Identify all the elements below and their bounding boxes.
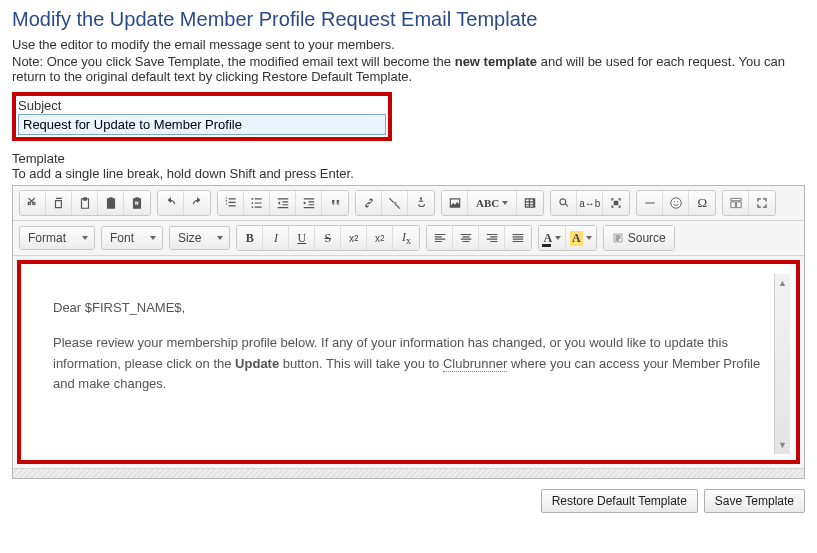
outdent-button[interactable] bbox=[270, 191, 296, 215]
paste-text-button[interactable] bbox=[98, 191, 124, 215]
svg-point-0 bbox=[251, 198, 253, 200]
superscript-button[interactable]: x2 bbox=[367, 226, 393, 250]
hr-button[interactable] bbox=[637, 191, 663, 215]
bold-button[interactable]: B bbox=[237, 226, 263, 250]
align-left-button[interactable] bbox=[427, 226, 453, 250]
toolbar-row-2: Format Font Size B I U S x2 x2 Ix A A So… bbox=[13, 221, 804, 256]
page-title: Modify the Update Member Profile Request… bbox=[12, 8, 805, 31]
footer-buttons: Restore Default Template Save Template bbox=[12, 489, 805, 513]
scroll-up-icon[interactable]: ▲ bbox=[778, 274, 787, 292]
restore-default-button[interactable]: Restore Default Template bbox=[541, 489, 698, 513]
text-color-button[interactable]: A bbox=[539, 226, 566, 250]
show-blocks-button[interactable] bbox=[723, 191, 749, 215]
svg-point-1 bbox=[251, 202, 253, 204]
scroll-down-icon[interactable]: ▼ bbox=[778, 436, 787, 454]
find-button[interactable] bbox=[551, 191, 577, 215]
bullet-list-button[interactable] bbox=[244, 191, 270, 215]
subscript-button[interactable]: x2 bbox=[341, 226, 367, 250]
italic-button[interactable]: I bbox=[263, 226, 289, 250]
editor-content-area[interactable]: Dear $FIRST_NAME$, Please review your me… bbox=[27, 274, 790, 454]
indent-button[interactable] bbox=[296, 191, 322, 215]
source-label: Source bbox=[628, 231, 666, 245]
svg-point-4 bbox=[673, 201, 674, 202]
paste-word-button[interactable] bbox=[124, 191, 150, 215]
spellcheck-button[interactable]: ABC bbox=[468, 191, 517, 215]
blockquote-button[interactable] bbox=[322, 191, 348, 215]
body-bold-update: Update bbox=[235, 356, 279, 371]
svg-point-2 bbox=[251, 206, 253, 208]
intro-line-1: Use the editor to modify the email messa… bbox=[12, 37, 805, 52]
anchor-button[interactable] bbox=[408, 191, 434, 215]
body-greeting: Dear $FIRST_NAME$, bbox=[53, 298, 764, 319]
editor-body-highlight: Dear $FIRST_NAME$, Please review your me… bbox=[17, 260, 800, 464]
svg-point-5 bbox=[677, 201, 678, 202]
intro-line-2: Note: Once you click Save Template, the … bbox=[12, 54, 805, 84]
intro-bold: new template bbox=[455, 54, 537, 69]
numbered-list-button[interactable] bbox=[218, 191, 244, 215]
link-button[interactable] bbox=[356, 191, 382, 215]
copy-button[interactable] bbox=[46, 191, 72, 215]
image-button[interactable] bbox=[442, 191, 468, 215]
smiley-button[interactable] bbox=[663, 191, 689, 215]
intro-pre: Note: Once you click Save Template, the … bbox=[12, 54, 455, 69]
svg-point-3 bbox=[670, 198, 681, 209]
bg-color-button[interactable]: A bbox=[566, 226, 596, 250]
format-dropdown[interactable]: Format bbox=[19, 226, 95, 250]
resize-grip[interactable] bbox=[13, 468, 804, 478]
template-label: Template bbox=[12, 151, 805, 166]
body-paragraph-1: Please review your membership profile be… bbox=[53, 333, 764, 395]
table-button[interactable] bbox=[517, 191, 543, 215]
unlink-button[interactable] bbox=[382, 191, 408, 215]
rich-text-editor: ABC a↔b Ω Format Font Size B I U S x2 x2 bbox=[12, 185, 805, 479]
remove-format-button[interactable]: Ix bbox=[393, 226, 419, 250]
subject-label: Subject bbox=[18, 98, 386, 113]
cut-button[interactable] bbox=[20, 191, 46, 215]
subject-input[interactable] bbox=[18, 114, 386, 135]
save-template-button[interactable]: Save Template bbox=[704, 489, 805, 513]
subject-highlight: Subject bbox=[12, 92, 392, 141]
replace-button[interactable]: a↔b bbox=[577, 191, 603, 215]
template-hint: To add a single line break, hold down Sh… bbox=[12, 166, 805, 181]
body-link-clubrunner: Clubrunner bbox=[443, 356, 507, 372]
maximize-button[interactable] bbox=[749, 191, 775, 215]
special-char-button[interactable]: Ω bbox=[689, 191, 715, 215]
toolbar-row-1: ABC a↔b Ω bbox=[13, 186, 804, 221]
redo-button[interactable] bbox=[184, 191, 210, 215]
font-dropdown[interactable]: Font bbox=[101, 226, 163, 250]
size-dropdown[interactable]: Size bbox=[169, 226, 230, 250]
scrollbar[interactable]: ▲ ▼ bbox=[774, 274, 790, 454]
strike-button[interactable]: S bbox=[315, 226, 341, 250]
align-justify-button[interactable] bbox=[505, 226, 531, 250]
undo-button[interactable] bbox=[158, 191, 184, 215]
select-all-button[interactable] bbox=[603, 191, 629, 215]
source-button[interactable]: Source bbox=[604, 226, 674, 250]
align-center-button[interactable] bbox=[453, 226, 479, 250]
align-right-button[interactable] bbox=[479, 226, 505, 250]
underline-button[interactable]: U bbox=[289, 226, 315, 250]
paste-button[interactable] bbox=[72, 191, 98, 215]
